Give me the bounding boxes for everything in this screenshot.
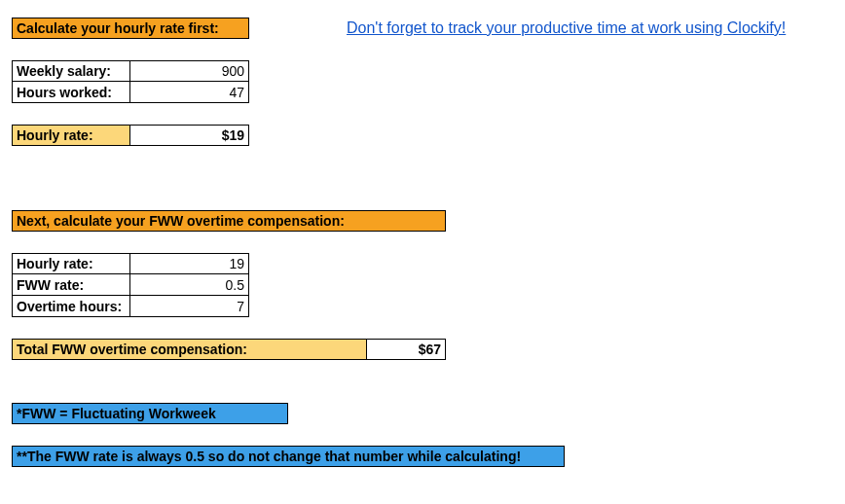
total-label: Total FWW overtime compensation: <box>12 339 367 360</box>
weekly-salary-label: Weekly salary: <box>12 60 130 82</box>
hours-worked-label: Hours worked: <box>12 82 130 103</box>
total-value: $67 <box>367 339 446 360</box>
section1-title: Calculate your hourly rate first: <box>12 18 249 39</box>
fww-hourly-rate-value: 19 <box>130 253 249 274</box>
hourly-rate-label: Hourly rate: <box>12 125 130 146</box>
clockify-link[interactable]: Don't forget to track your productive ti… <box>347 19 786 37</box>
salary-table: Weekly salary: 900 Hours worked: 47 <box>12 60 249 103</box>
table-row: FWW rate: 0.5 <box>12 274 249 296</box>
overtime-hours-value: 7 <box>130 296 249 317</box>
fww-hourly-rate-label: Hourly rate: <box>12 253 130 274</box>
note-fww-rate: **The FWW rate is always 0.5 so do not c… <box>12 446 565 467</box>
fww-rate-label: FWW rate: <box>12 274 130 296</box>
fww-table: Hourly rate: 19 FWW rate: 0.5 Overtime h… <box>12 253 249 317</box>
table-row: Overtime hours: 7 <box>12 296 249 317</box>
weekly-salary-value: 900 <box>130 60 249 82</box>
table-row: Hourly rate: 19 <box>12 253 249 274</box>
table-row: Weekly salary: 900 <box>12 60 249 82</box>
hours-worked-value: 47 <box>130 82 249 103</box>
fww-rate-value: 0.5 <box>130 274 249 296</box>
table-row: Hours worked: 47 <box>12 82 249 103</box>
note-fww-definition: *FWW = Fluctuating Workweek <box>12 403 288 424</box>
section2-title: Next, calculate your FWW overtime compen… <box>12 210 446 232</box>
overtime-hours-label: Overtime hours: <box>12 296 130 317</box>
hourly-rate-value: $19 <box>130 125 249 146</box>
